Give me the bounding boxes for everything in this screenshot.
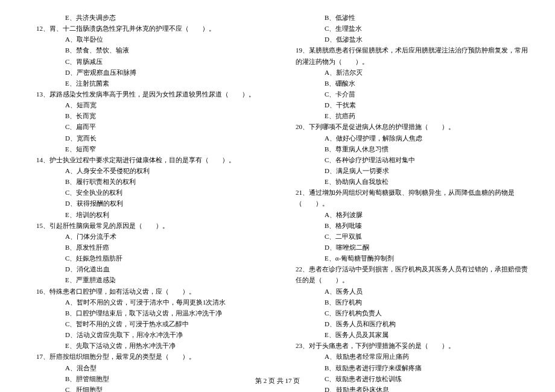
q21-option-e: E、α-葡萄糖苷酶抑制剂	[296, 253, 531, 264]
q20-option-e: E、协助病人自我放松	[296, 176, 531, 187]
q18-option-d: D、低渗盐水	[296, 34, 531, 45]
q16-option-a: A、暂时不用的义齿，可浸于清水中，每周更换1次清水	[36, 297, 271, 308]
q15-option-d: D、消化道出血	[36, 264, 271, 274]
q22-option-b: B、医疗机构	[296, 297, 531, 308]
q16-option-c: C、暂时不用的义齿，可浸于热水或乙醇中	[36, 318, 271, 329]
q13-option-e: E、短而窄	[36, 144, 271, 154]
q21-option-c: C、二甲双胍	[296, 231, 531, 242]
q14-option-c: C、安全执业的权利	[36, 187, 271, 198]
q19-text: 19、某膀胱癌患者行保留膀胱术，术后应用膀胱灌注法治疗预防肿瘤复发，常用的灌注药…	[296, 45, 531, 66]
q13-option-d: D、宽而长	[36, 133, 271, 144]
q20-option-b: B、尊重病人休息习惯	[296, 144, 531, 154]
q23-text: 23、对于头痛患者，下列护理措施不妥的是（ ）。	[296, 340, 531, 351]
q13-option-b: B、长而宽	[36, 110, 271, 121]
q17-option-a: A、混合型	[36, 362, 271, 373]
q20-option-c: C、各种诊疗护理活动相对集中	[296, 154, 531, 165]
q13-option-a: A、短而宽	[36, 100, 271, 110]
left-column: E、共济失调步态 12、胃、十二指肠溃疡急性穿孔并休克的护理不应（ ）。 A、取…	[36, 12, 271, 392]
q13-option-c: C、扁而平	[36, 121, 271, 132]
q12-option-c: C、胃肠减压	[36, 56, 271, 67]
q19-option-c: C、卡介苗	[296, 89, 531, 100]
q14-text: 14、护士执业过程中要求定期进行健康体检，目的是享有（ ）。	[36, 154, 271, 165]
q19-option-d: D、干扰素	[296, 100, 531, 110]
q23-option-a: A、鼓励患者经常应用止痛药	[296, 351, 531, 362]
q17-text: 17、肝癌按组织细胞分型，最常见的类型是（ ）。	[36, 351, 271, 362]
q12-option-b: B、禁食、禁饮、输液	[36, 45, 271, 55]
q22-option-d: D、医务人员和医疗机构	[296, 318, 531, 329]
q22-option-a: A、医务人员	[296, 286, 531, 297]
right-column: B、低渗性 C、生理盐水 D、低渗盐水 19、某膀胱癌患者行保留膀胱术，术后应用…	[296, 12, 531, 392]
q19-option-a: A、新洁尔灭	[296, 67, 531, 78]
q21-option-a: A、格列波脲	[296, 209, 531, 220]
q18-option-b: B、低渗性	[296, 12, 531, 23]
q20-option-a: A、做好心理护理，解除病人焦虑	[296, 133, 531, 144]
q12-option-e: E、注射抗菌素	[36, 78, 271, 89]
q15-option-c: C、妊娠急性脂肪肝	[36, 253, 271, 264]
q20-option-d: D、满足病人一切要求	[296, 165, 531, 176]
q11-option-e: E、共济失调步态	[36, 12, 271, 23]
q14-option-e: E、培训的权利	[36, 209, 271, 220]
q15-option-a: A、门体分流手术	[36, 231, 271, 242]
q20-text: 20、下列哪项不是促进病人休息的护理措施（ ）。	[296, 121, 531, 132]
q16-option-d: D、活动义齿应先取下，用冷水冲洗干净	[36, 329, 271, 340]
q19-option-b: B、硼酸水	[296, 78, 531, 89]
q12-text: 12、胃、十二指肠溃疡急性穿孔并休克的护理不应（ ）。	[36, 23, 271, 34]
q22-option-c: C、医疗机构负责人	[296, 308, 531, 318]
q16-option-b: B、口腔护理结束后，取下活动义齿，用温水冲洗干净	[36, 308, 271, 318]
q15-option-e: E、严重胆道感染	[36, 274, 271, 285]
q12-option-a: A、取半卧位	[36, 34, 271, 45]
q12-option-d: D、严密观察血压和脉搏	[36, 67, 271, 78]
q22-text: 22、患者在诊疗活动中受到损害，医疗机构及其医务人员有过错的，承担赔偿责任的是（…	[296, 264, 531, 285]
q15-option-b: B、原发性肝癌	[36, 242, 271, 253]
q16-option-e: E、先取下活动义齿，用热水冲洗干净	[36, 340, 271, 351]
q14-option-b: B、履行职责相关的权利	[36, 176, 271, 187]
q19-option-e: E、抗癌药	[296, 110, 531, 121]
q14-option-d: D、获得报酬的权利	[36, 198, 271, 209]
q14-option-a: A、人身安全不受侵犯的权利	[36, 165, 271, 176]
q22-option-e: E、医务人员及其家属	[296, 329, 531, 340]
q18-option-c: C、生理盐水	[296, 23, 531, 34]
q23-option-b: B、鼓励患者进行理疗来缓解疼痛	[296, 362, 531, 373]
q16-text: 16、特殊患者口腔护理，如有活动义齿，应（ ）。	[36, 286, 271, 297]
q21-option-d: D、噻唑烷二酮	[296, 242, 531, 253]
q21-text: 21、通过增加外周组织对葡萄糖摄取、抑制糖异生，从而降低血糖的药物是（ ）。	[296, 187, 531, 209]
q13-text: 13、尿路感染女性发病率高于男性，是因为女性尿道较男性尿道（ ）。	[36, 89, 271, 100]
page-footer: 第 2 页 共 17 页	[0, 375, 555, 386]
q21-option-b: B、格列吡嗪	[296, 220, 531, 231]
q15-text: 15、引起肝性脑病最常见的原因是（ ）。	[36, 220, 271, 231]
